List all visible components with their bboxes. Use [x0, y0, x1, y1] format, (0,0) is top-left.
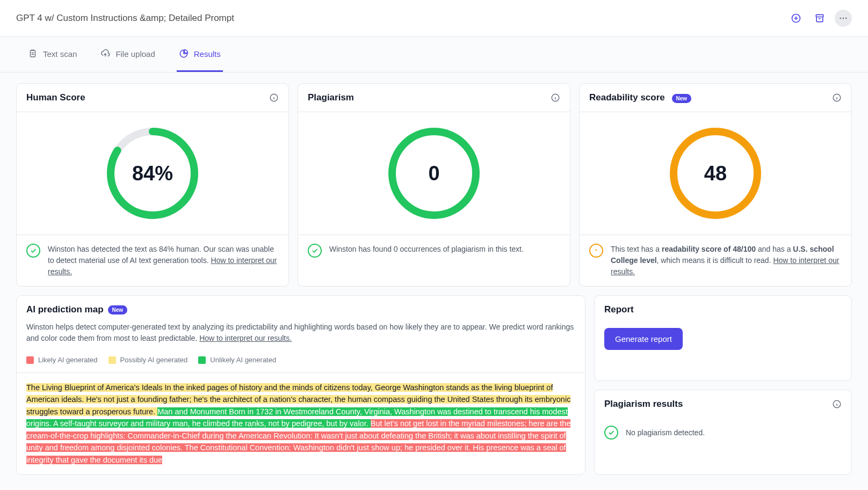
content: Human Score 84% Win	[0, 72, 868, 486]
generate-report-button[interactable]: Generate report	[604, 328, 683, 350]
archive-icon[interactable]	[811, 10, 828, 27]
score-cards-row: Human Score 84% Win	[16, 83, 852, 287]
tab-results[interactable]: Results	[177, 37, 223, 72]
page-header: GPT 4 w/ Custom Instructions &amp; Detai…	[0, 0, 868, 37]
legend-unlikely: Unlikely AI generated	[198, 356, 276, 364]
swatch-green	[198, 356, 206, 364]
svg-rect-5	[31, 50, 35, 57]
human-score-ring: 84%	[104, 125, 201, 222]
tab-text-scan[interactable]: Text scan	[26, 37, 79, 72]
interpret-link[interactable]: How to interpret our results.	[199, 334, 292, 342]
info-icon[interactable]	[832, 93, 842, 103]
upload-icon	[100, 49, 110, 58]
svg-point-3	[843, 18, 844, 19]
lower-row: AI prediction map New Winston helps dete…	[16, 295, 852, 475]
legend-likely: Likely AI generated	[26, 356, 98, 364]
card-title: Plagiarism	[308, 92, 354, 103]
tab-label: Results	[194, 49, 221, 58]
clipboard-icon	[28, 49, 38, 58]
tab-file-upload[interactable]: File upload	[98, 37, 157, 72]
prediction-passage: The Living Blueprint of America's Ideals…	[17, 373, 585, 474]
add-icon[interactable]	[787, 10, 805, 27]
plagiarism-footer: Winston has found 0 occurrences of plagi…	[329, 244, 524, 255]
ai-prediction-card: AI prediction map New Winston helps dete…	[16, 295, 585, 475]
plagiarism-value: 0	[386, 125, 482, 222]
swatch-red	[26, 356, 34, 364]
plagiarism-results-card: Plagiarism results No plagiarism detecte…	[594, 390, 852, 476]
check-icon	[308, 244, 322, 258]
readability-footer: This text has a readability score of 48/…	[611, 244, 842, 277]
section-title: Report	[604, 304, 634, 315]
info-icon[interactable]	[269, 93, 279, 103]
plagiarism-results-text: No plagiarism detected.	[626, 428, 705, 437]
info-icon[interactable]	[551, 93, 560, 103]
tabs: Text scan File upload Results	[0, 37, 868, 72]
check-icon	[26, 244, 40, 258]
readability-ring: 48	[667, 125, 764, 222]
readability-card: Readability score New 48	[579, 83, 852, 287]
section-title: Plagiarism results	[604, 399, 683, 409]
readability-value: 48	[667, 125, 764, 222]
svg-point-4	[845, 18, 847, 19]
info-icon[interactable]	[832, 399, 842, 409]
new-badge: New	[108, 305, 128, 315]
tab-label: Text scan	[43, 49, 77, 58]
legend: Likely AI generated Possibly AI generate…	[17, 352, 585, 373]
human-score-footer: Winston has detected the text as 84% hum…	[48, 244, 279, 277]
plagiarism-ring: 0	[386, 125, 482, 222]
section-title: AI prediction map New	[26, 304, 127, 315]
human-score-value: 84%	[104, 125, 201, 222]
report-card: Report Generate report	[594, 295, 852, 381]
page-title: GPT 4 w/ Custom Instructions &amp; Detai…	[16, 13, 234, 24]
tab-label: File upload	[115, 49, 155, 58]
more-icon[interactable]	[835, 10, 852, 27]
check-icon	[604, 426, 618, 440]
plagiarism-card: Plagiarism 0 Winston has found 0 occurre…	[298, 83, 570, 287]
header-actions	[787, 10, 852, 27]
card-title: Human Score	[26, 92, 85, 103]
card-title: Readability score New	[589, 92, 691, 103]
prediction-desc: Winston helps detect computer-generated …	[17, 319, 585, 352]
warning-icon	[589, 244, 603, 258]
pie-chart-icon	[179, 49, 189, 58]
human-score-card: Human Score 84% Win	[16, 83, 289, 287]
legend-possibly: Possibly AI generated	[108, 356, 188, 364]
swatch-yellow	[108, 356, 116, 364]
svg-point-2	[840, 18, 841, 19]
svg-rect-1	[816, 14, 823, 17]
new-badge: New	[672, 94, 692, 103]
